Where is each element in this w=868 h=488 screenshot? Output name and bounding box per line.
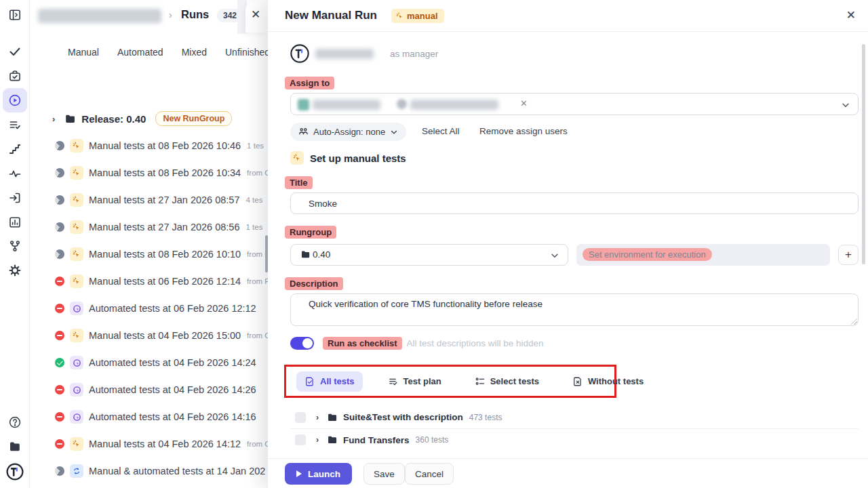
environment-input[interactable]: Set environment for execution (576, 244, 830, 266)
run-type-icon (70, 410, 83, 424)
check-icon[interactable] (8, 45, 22, 58)
run-list-item[interactable]: Manual tests at 08 Feb 2026 10:10 from M (30, 241, 268, 268)
suite-name: Fund Transfers (343, 435, 410, 445)
rungroup-select[interactable]: 0.40 (290, 244, 568, 266)
run-meta: 4 tes (246, 196, 263, 204)
manual-badge-label: manual (407, 11, 438, 21)
play-circle-icon[interactable] (8, 94, 22, 107)
manual-run-icon (290, 151, 304, 165)
project-breadcrumb-blurred[interactable] (38, 9, 161, 23)
breadcrumb-separator: › (169, 9, 172, 20)
run-list-item[interactable]: Automated tests at 04 Feb 2026 14:26 (30, 376, 268, 403)
filter-tab-manual[interactable]: Manual (68, 47, 99, 58)
run-meta: 1 tes (246, 223, 263, 231)
filter-tab-automated[interactable]: Automated (117, 47, 163, 58)
run-status-icon (55, 385, 64, 394)
run-list-item[interactable]: Manual & automated tests at 14 Jan 202 (30, 458, 268, 485)
assign-users-select[interactable]: ✕ (290, 93, 859, 115)
chevron-down-icon (390, 128, 398, 136)
run-list-item[interactable]: Manual tests at 04 Feb 2026 14:12 from C (30, 430, 268, 458)
tab-label: Without tests (588, 376, 644, 386)
list-check-icon (388, 376, 399, 387)
runs-close-button[interactable]: ✕ (251, 9, 260, 20)
rungroup-row[interactable]: › Release: 0.40 New RunGroup (30, 105, 268, 132)
runs-list: Manual tests at 08 Feb 2026 10:46 1 tes … (30, 132, 268, 485)
description-label: Description (285, 277, 343, 290)
run-title: Manual tests at 27 Jan 2026 08:57 (89, 195, 240, 205)
run-status-icon (55, 412, 64, 422)
suite-row[interactable]: › Fund Transfers 360 tests (290, 428, 859, 451)
suite-checkbox[interactable] (295, 412, 306, 423)
gear-icon[interactable] (8, 264, 22, 277)
document-x-icon (572, 376, 583, 387)
title-input[interactable] (290, 192, 859, 214)
briefcase-check-icon[interactable] (8, 69, 22, 83)
select-all-button[interactable]: Select All (422, 126, 460, 136)
run-status-icon (55, 358, 64, 367)
run-status-icon (55, 195, 64, 205)
run-title: Manual tests at 08 Feb 2026 10:46 (89, 140, 241, 151)
modal-title: New Manual Run (285, 9, 377, 22)
steps-icon[interactable] (8, 142, 22, 156)
cancel-button[interactable]: Cancel (405, 463, 454, 485)
checklist-icon (475, 376, 486, 387)
chevron-down-icon[interactable] (841, 100, 850, 110)
manual-run-icon (395, 12, 404, 20)
save-button[interactable]: Save (363, 463, 405, 485)
launch-button[interactable]: Launch (285, 463, 352, 485)
environment-placeholder: Set environment for execution (583, 248, 712, 261)
folder-icon[interactable] (8, 440, 22, 453)
add-environment-button[interactable]: + (838, 245, 859, 265)
owner-avatar (290, 43, 310, 64)
description-textarea[interactable]: Quick verification of core TMS functiona… (290, 293, 859, 326)
panel-toggle-icon[interactable] (8, 8, 22, 22)
run-list-item[interactable]: Manual tests at 08 Feb 2026 10:46 1 tes (30, 132, 268, 159)
assignee-avatar (397, 99, 407, 109)
remove-assign-users-button[interactable]: Remove assign users (479, 126, 568, 136)
run-list-item[interactable]: Manual tests at 08 Feb 2026 10:34 from C (30, 159, 268, 186)
run-list-item[interactable]: Manual tests at 27 Jan 2026 08:57 4 tes (30, 186, 268, 214)
checklist-label: Run as checklist (323, 337, 402, 350)
help-icon[interactable] (8, 415, 22, 429)
sign-in-icon[interactable] (8, 191, 22, 205)
run-type-icon (70, 193, 83, 207)
tab-all-tests[interactable]: All tests (296, 371, 363, 392)
modal-scrollbar[interactable] (862, 44, 865, 264)
run-list-item[interactable]: Manual tests at 27 Jan 2026 08:56 1 tes (30, 214, 268, 241)
run-as-checklist-toggle[interactable] (290, 337, 314, 350)
run-meta: from R (247, 277, 268, 285)
suite-checkbox[interactable] (295, 434, 306, 445)
auto-assign-dropdown[interactable]: Auto-Assign: none (290, 123, 406, 141)
filter-tab-mixed[interactable]: Mixed (182, 47, 207, 58)
tab-test-plan[interactable]: Test plan (380, 371, 450, 392)
run-list-item[interactable]: Automated tests at 04 Feb 2026 14:16 (30, 403, 268, 430)
chevron-right-icon[interactable]: › (316, 413, 319, 422)
tab-label: All tests (320, 376, 355, 386)
run-list-item[interactable]: Automated tests at 04 Feb 2026 14:24 (30, 349, 268, 376)
run-status-icon (55, 331, 64, 340)
run-title: Manual & automated tests at 14 Jan 202 (89, 466, 265, 476)
filter-tab-unfinished[interactable]: Unfinished (225, 47, 268, 58)
launch-label: Launch (308, 469, 340, 479)
branch-icon[interactable] (8, 239, 22, 253)
modal-close-button[interactable]: ✕ (846, 9, 856, 21)
suite-row[interactable]: › Suite&Test with description 473 tests (290, 406, 859, 428)
resize-grip[interactable] (851, 319, 857, 325)
run-list-item[interactable]: Manual tests at 04 Feb 2026 15:00 from C (30, 322, 268, 349)
modal-body: as manager Assign to ✕ Auto-Assign: none… (268, 32, 868, 458)
remove-assignee-icon[interactable]: ✕ (520, 98, 528, 108)
rungroup-value: 0.40 (313, 249, 330, 260)
pulse-icon[interactable] (8, 167, 22, 180)
tab-label: Test plan (403, 376, 441, 386)
tab-without-tests[interactable]: Without tests (564, 371, 652, 392)
assign-to-label: Assign to (285, 77, 334, 89)
chevron-right-icon[interactable]: › (52, 114, 55, 124)
run-list-item[interactable]: Automated tests at 06 Feb 2026 12:12 (30, 295, 268, 322)
run-list-item[interactable]: Manual tests at 06 Feb 2026 12:14 from R (30, 268, 268, 295)
bar-chart-icon[interactable] (8, 216, 22, 229)
app-logo[interactable] (5, 462, 24, 481)
chevron-right-icon[interactable]: › (316, 435, 319, 445)
tab-select-tests[interactable]: Select tests (467, 371, 547, 392)
list-check-icon[interactable] (8, 118, 22, 131)
run-type-icon (70, 220, 83, 234)
